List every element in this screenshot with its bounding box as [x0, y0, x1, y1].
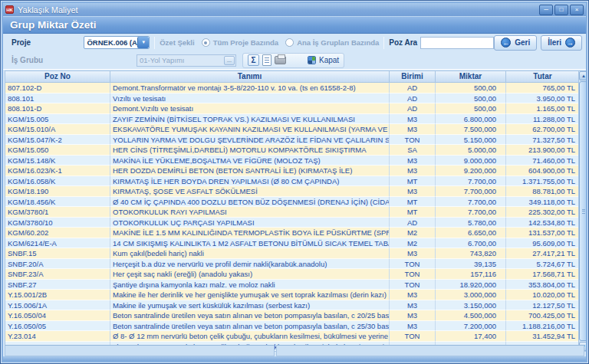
chevron-down-icon[interactable]: ▼ [137, 37, 149, 48]
kapat-button[interactable]: Kapat [308, 56, 339, 64]
cell-tanimi: Kum çakıl(bedeli hariç) nakli [110, 248, 390, 259]
cell-poz-no: KGM/18.456/K [5, 197, 110, 208]
table-row[interactable]: Y.16.050/04Beton santralinde üretilen ve… [5, 310, 578, 321]
cell-tutar: 213.900,00 TL [506, 145, 580, 156]
cell-birimi: AD [390, 218, 436, 228]
cell-miktar: 7.700,00 [436, 207, 506, 218]
poz-ara-label: Poz Ara [389, 38, 417, 47]
cell-tanimi: Şantiye dışına kamyonla kazı malz. ve mo… [110, 280, 390, 290]
cell-miktar: 5.000,00 [436, 145, 506, 156]
cell-tanimi: KIRMATAŞ, ŞOSE VE ASFALT SÖKÜLMESİ [110, 186, 390, 197]
cell-poz-no: Y.16.050/04 [5, 310, 110, 321]
table-row[interactable]: Y.15.001/2BMakine ile her derinlik ve he… [5, 290, 578, 300]
title-bar[interactable]: HK Yaklaşık Maliyet ─ □ × [3, 3, 586, 16]
radio-ana-is-gruplari[interactable] [285, 38, 294, 47]
table-row[interactable]: KGM/16.023/K-1HER DOZDA DEMİRLİ BETON (B… [5, 166, 578, 176]
table-row[interactable]: KGM/15.010/AEKSKAVATÖRLE YUMUŞAK KAYANIN… [5, 124, 578, 135]
radio-ana-is-gruplari-label[interactable]: Ana İş Grupları Bazında [297, 38, 379, 47]
window-title: Yaklaşık Maliyet [18, 5, 78, 15]
table-row[interactable]: 808.101-DDemont.Vızıltı ve tesisatıAD500… [5, 103, 578, 114]
cell-tutar: 765,00 TL [506, 83, 580, 93]
table-row[interactable]: SNBF.27Şantiye dışına kamyonla kazı malz… [5, 280, 578, 290]
cell-tutar: 12.127,50 TL [506, 300, 580, 311]
cell-poz-no: KGM/15.050 [5, 145, 110, 156]
cell-tutar: 1.165,00 TL [506, 103, 580, 114]
proje-label: Proje [3, 38, 84, 47]
poz-ara-input[interactable] [420, 37, 494, 49]
table-row[interactable]: SNBF.20/AHerçeşit b.a düz ve nervürlü ve… [5, 259, 578, 270]
cell-tanimi: 14 CM SIKIŞMIŞ KALINLIKTA 1 M2 ASFALT BE… [110, 238, 390, 249]
cell-poz-no: SNBF.20/A [5, 259, 110, 270]
maximize-button[interactable]: □ [554, 5, 568, 15]
cell-tutar: 142.534,80 TL [506, 218, 580, 228]
table-row[interactable]: KGM/15.148/KMAKİNA İLE YÜKLEME,BOŞALTMA … [5, 156, 578, 166]
cell-tanimi: Vızıltı ve tesisatı [110, 93, 390, 104]
cell-tanimi: Her çeşit saç nakli (ereğli) (anadolu ya… [110, 269, 390, 280]
cell-birimi: M3 [390, 321, 436, 332]
table-row[interactable]: KGM/60.202MAKİNE İLE 1.5 MM KALINLIĞINDA… [5, 228, 578, 238]
cell-tutar: 11.288,00 TL [506, 114, 580, 125]
geri-button[interactable]: ← Geri [494, 35, 537, 51]
header-tanimi[interactable]: Tanımı [110, 71, 390, 82]
table-row[interactable]: Y.15.006/1AMakine ile yumuşak ve sert kü… [5, 300, 578, 311]
table-row[interactable]: KGM/15.047/K-2YOLLARIN YARMA VE DOLGU ŞE… [5, 135, 578, 146]
scrollbar-thumb[interactable] [579, 81, 587, 341]
cell-poz-no: KGM/6214/E-A [5, 238, 110, 249]
table-row[interactable]: KGM/15.050HER CİNS (TİTREŞİMLİ,DARBELİ) … [5, 145, 578, 156]
cell-tanimi: Beton santralinde üretilen veya satın al… [110, 310, 390, 321]
table-row[interactable]: KGM/16.058/KKIRMATAŞ İLE HER BOYDA DREN … [5, 176, 578, 187]
report-document-button[interactable] [262, 54, 271, 66]
cell-tanimi: Demont.Transformatör ve montajı 3-5-8/22… [110, 83, 390, 93]
cell-miktar: 500,00 [436, 83, 506, 93]
radio-tum-proje[interactable] [202, 38, 210, 47]
cell-poz-no: 808.101-D [5, 103, 110, 114]
cell-birimi: M3 [390, 156, 436, 166]
cell-birimi: M2 [390, 228, 436, 238]
cell-miktar: 500,00 [436, 93, 506, 104]
cell-tutar: 27.417,21 TL [506, 248, 580, 259]
table-row[interactable]: KGM/18.456/KØ 40 CM İÇ ÇAPINDA 400 DOZLU… [5, 197, 578, 208]
table-row[interactable]: KGM/3780/1OTOKORKULUK RAYI YAPILMASIMT7.… [5, 207, 578, 218]
forward-arrow-icon: → [565, 38, 575, 48]
table-row[interactable]: SNBF.23/AHer çeşit saç nakli (ereğli) (a… [5, 269, 578, 280]
printer-button[interactable] [275, 56, 286, 64]
is-grubu-input[interactable]: 01-Yol Yapımı ... [137, 54, 236, 67]
table-row[interactable]: KGM/18.190KIRMATAŞ, ŞOSE VE ASFALT SÖKÜL… [5, 186, 578, 197]
browse-dots-button[interactable]: ... [224, 56, 235, 65]
header-poz-no[interactable]: Poz No [5, 71, 110, 82]
header-birimi[interactable]: Birimi [390, 71, 436, 82]
vertical-scrollbar[interactable]: ▲ ▼ [578, 71, 587, 351]
header-miktar[interactable]: Miktar [436, 71, 506, 82]
radio-tum-proje-label[interactable]: Tüm Proje Bazında [213, 38, 279, 47]
ileri-button-label: İleri [548, 38, 561, 47]
table-row[interactable]: KGM/3780/10OTOKORKULUK UÇ PARÇASI YAPILM… [5, 218, 578, 228]
cell-miktar: 3.150,000 [436, 300, 506, 311]
table-row[interactable]: KGM/6214/E-A14 CM SIKIŞMIŞ KALINLIKTA 1 … [5, 238, 578, 249]
proje-dropdown[interactable]: ÖRNEK.006 (Ana Proje) ▼ [84, 36, 150, 49]
scroll-up-icon[interactable]: ▲ [579, 71, 587, 80]
table-row[interactable]: KGM/15.005ZAYIF ZEMİNİN (BİTKİSEL TOPRAK… [5, 114, 578, 125]
cell-tutar: 353.804,00 TL [506, 280, 580, 290]
cell-poz-no: KGM/15.010/A [5, 124, 110, 135]
table-row[interactable]: 807.102-DDemont.Transformatör ve montajı… [5, 83, 578, 93]
sum-sigma-button[interactable]: Σ [248, 54, 259, 66]
table-row[interactable]: Y.16.050/05Beton santralinde üretilen ve… [5, 321, 578, 332]
status-bar [5, 345, 584, 356]
cell-poz-no: SNBF.15 [5, 248, 110, 259]
table-row[interactable]: Y.23.014Ø 8- Ø 12 mm nervürlü beton çeli… [5, 331, 578, 342]
cell-birimi: MT [390, 207, 436, 218]
cell-birimi: M3 [390, 248, 436, 259]
ileri-button[interactable]: İleri → [541, 35, 582, 51]
cell-miktar: 39,135 [436, 259, 506, 270]
table-row[interactable]: 808.101Vızıltı ve tesisatıAD500,003.950,… [5, 93, 578, 104]
cell-poz-no: SNBF.23/A [5, 269, 110, 280]
table-row[interactable]: SNBF.15Kum çakıl(bedeli hariç) nakliM374… [5, 248, 578, 259]
header-tutar[interactable]: Tutar [506, 71, 580, 82]
cell-birimi: M2 [390, 238, 436, 249]
minimize-button[interactable]: ─ [539, 5, 553, 15]
form-row-1: Proje ÖRNEK.006 (Ana Proje) ▼ Özet Şekli… [3, 34, 586, 51]
close-button[interactable]: × [570, 5, 584, 15]
window-frame: HK Yaklaşık Maliyet ─ □ × Grup Miktar Öz… [2, 2, 587, 362]
cell-tanimi: Makine ile yumuşak ve sert küskülük kazı… [110, 300, 390, 311]
separator [383, 37, 384, 49]
